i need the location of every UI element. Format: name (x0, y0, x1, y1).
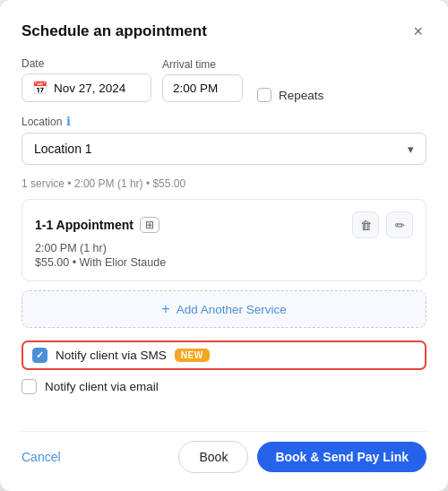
schedule-appointment-modal: Schedule an appointment × Date 📅 Nov 27,… (0, 0, 448, 491)
date-field-group: Date 📅 Nov 27, 2024 (22, 57, 151, 102)
notify-sms-label: Notify client via SMS (56, 349, 167, 362)
service-time: 2:00 PM (1 hr) (35, 242, 413, 254)
info-icon[interactable]: ℹ (66, 115, 71, 128)
service-actions: 🗑 ✏ (352, 211, 413, 238)
close-button[interactable]: × (409, 22, 426, 41)
location-section: Location ℹ Location 1 ▾ (22, 115, 426, 165)
service-name: 1-1 Appointment (35, 218, 134, 232)
service-edit-button[interactable]: ✏ (386, 211, 413, 238)
cancel-button[interactable]: Cancel (22, 444, 61, 470)
date-input[interactable]: 📅 Nov 27, 2024 (22, 73, 151, 102)
notify-section: Notify client via SMS NEW Notify client … (22, 340, 426, 394)
arrival-time-input[interactable]: 2:00 PM (162, 74, 243, 102)
add-service-label: Add Another Service (177, 303, 287, 316)
book-button[interactable]: Book (178, 441, 248, 473)
location-value: Location 1 (34, 142, 92, 156)
service-card: 1-1 Appointment ⊞ 🗑 ✏ 2:00 PM (1 hr) $55… (22, 199, 426, 281)
service-price-provider: $55.00 • With Elior Staude (35, 256, 413, 269)
location-select[interactable]: Location 1 ▾ (22, 133, 426, 165)
arrival-time-value: 2:00 PM (173, 82, 218, 95)
repeats-label: Repeats (279, 89, 323, 102)
service-delete-button[interactable]: 🗑 (352, 211, 379, 238)
arrival-time-field-group: Arrival time 2:00 PM (162, 58, 243, 102)
notify-email-label: Notify client via email (45, 380, 159, 393)
chevron-down-icon: ▾ (408, 142, 414, 156)
service-name-row: 1-1 Appointment ⊞ (35, 217, 159, 233)
notify-email-row: Notify client via email (22, 379, 426, 394)
footer-right: Book Book & Send Pay Link (178, 441, 426, 473)
location-label-row: Location ℹ (22, 115, 426, 128)
arrival-time-label: Arrival time (162, 58, 243, 71)
date-time-row: Date 📅 Nov 27, 2024 Arrival time 2:00 PM… (22, 57, 426, 102)
notify-email-checkbox[interactable] (22, 379, 37, 394)
calendar-icon: 📅 (32, 81, 47, 95)
location-label: Location (22, 116, 62, 128)
service-card-header: 1-1 Appointment ⊞ 🗑 ✏ (35, 211, 413, 238)
modal-title: Schedule an appointment (22, 22, 207, 40)
date-label: Date (22, 57, 151, 70)
service-summary: 1 service • 2:00 PM (1 hr) • $55.00 (22, 177, 426, 190)
notify-sms-row: Notify client via SMS NEW (22, 340, 426, 370)
date-value: Nov 27, 2024 (54, 82, 125, 95)
repeats-row: Repeats (257, 88, 323, 102)
book-send-pay-link-button[interactable]: Book & Send Pay Link (257, 442, 426, 472)
notify-sms-badge: NEW (175, 349, 210, 362)
repeats-checkbox[interactable] (257, 88, 271, 102)
service-expand-icon[interactable]: ⊞ (140, 217, 159, 233)
modal-header: Schedule an appointment × (22, 22, 426, 41)
notify-sms-checkbox[interactable] (32, 348, 47, 363)
modal-footer: Cancel Book Book & Send Pay Link (22, 431, 426, 473)
add-another-service-button[interactable]: + Add Another Service (22, 290, 426, 328)
plus-icon: + (161, 302, 169, 316)
